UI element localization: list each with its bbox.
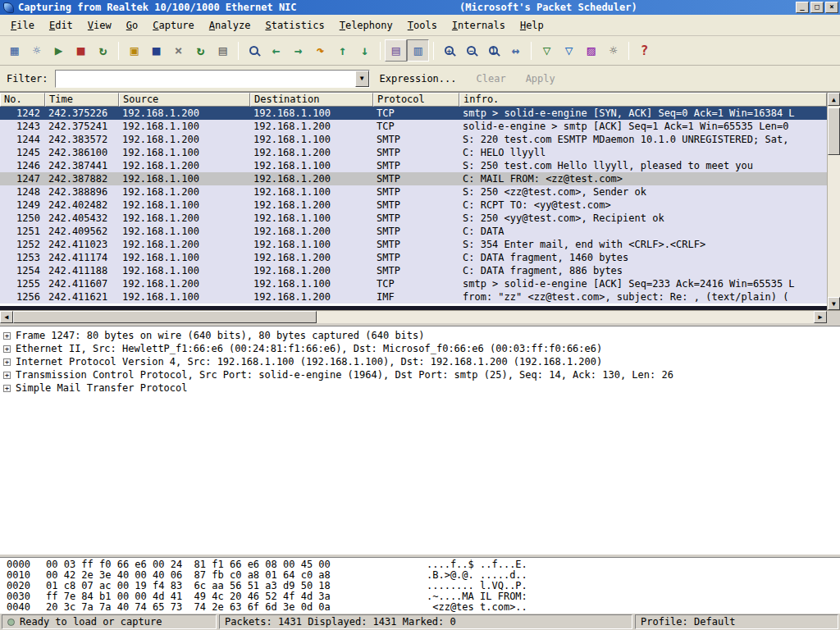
status-bar: Ready to load or capture Packets: 1431 D… (0, 613, 840, 630)
go-to-bottom-icon[interactable]: ↓ (354, 39, 376, 62)
menu-statistics[interactable]: Statistics (258, 16, 331, 34)
menu-capture[interactable]: Capture (145, 16, 202, 34)
packet-row-1242[interactable]: 1242242.375226192.168.1.200192.168.1.100… (0, 107, 827, 120)
zoom-100-icon[interactable]: 1 (482, 39, 504, 62)
stop-capture-icon[interactable]: ■ (70, 39, 92, 62)
capture-filters-icon[interactable]: ▽ (536, 39, 558, 62)
packet-row-1253[interactable]: 1253242.411174192.168.1.100192.168.1.200… (0, 251, 827, 264)
packet-row-1256[interactable]: 1256242.411621192.168.1.100192.168.1.200… (0, 290, 827, 304)
auto-scroll-icon[interactable]: ▥ (407, 39, 429, 62)
packet-row-1246[interactable]: 1246242.387441192.168.1.200192.168.1.100… (0, 159, 827, 172)
packet-row-1245[interactable]: 1245242.386100192.168.1.100192.168.1.200… (0, 146, 827, 159)
find-packet-icon[interactable] (243, 39, 265, 62)
capture-options-icon[interactable]: ☼ (25, 39, 48, 62)
clear-button[interactable]: Clear (467, 70, 516, 88)
packet-row-1243[interactable]: 1243242.375241192.168.1.100192.168.1.200… (0, 120, 827, 133)
cell-time: 242.383572 (45, 133, 119, 146)
packet-row-1255[interactable]: 1255242.411607192.168.1.200192.168.1.100… (0, 277, 827, 290)
zoom-out-icon[interactable]: − (460, 39, 482, 62)
cell-time: 242.411607 (45, 277, 119, 290)
cell-time: 242.411188 (45, 264, 119, 277)
menu-analyze[interactable]: Analyze (202, 16, 258, 34)
vertical-scrollbar-track[interactable] (828, 155, 840, 297)
menu-tools[interactable]: Tools (400, 16, 445, 34)
scroll-down-icon[interactable]: ▼ (828, 297, 840, 310)
start-capture-icon[interactable]: ▶ (48, 39, 70, 62)
scroll-right-icon[interactable]: ▶ (814, 311, 827, 323)
menu-edit[interactable]: Edit (42, 16, 80, 34)
close-button[interactable]: × (825, 2, 838, 13)
cell-time: 242.375241 (45, 120, 119, 133)
apply-button[interactable]: Apply (516, 70, 565, 88)
horizontal-scrollbar-thumb[interactable] (13, 311, 317, 323)
help-icon[interactable]: ? (633, 39, 655, 62)
packet-row-1250[interactable]: 1250242.405432192.168.1.200192.168.1.100… (0, 212, 827, 225)
column-header-destination[interactable]: Destination (250, 93, 373, 107)
detail-text: Transmission Control Protocol, Src Port:… (16, 369, 673, 381)
wireshark-icon (3, 2, 14, 13)
packet-row-1251[interactable]: 1251242.409562192.168.1.100192.168.1.200… (0, 225, 827, 238)
packet-row-1249[interactable]: 1249242.402482192.168.1.100192.168.1.200… (0, 199, 827, 212)
column-header-time[interactable]: Time (45, 93, 119, 107)
expand-icon[interactable]: + (3, 372, 11, 379)
open-file-icon[interactable]: ▣ (123, 39, 145, 62)
expand-icon[interactable]: + (3, 332, 11, 340)
main-toolbar: ▦☼▶■↻▣■×↻▤←→↷↑↓▤▥+−1↔▽▽▨☼? (0, 36, 840, 66)
column-header-protocol[interactable]: Protocol (373, 93, 459, 107)
restart-capture-icon[interactable]: ↻ (92, 39, 114, 62)
filter-input[interactable] (56, 71, 355, 87)
packet-row-1252[interactable]: 1252242.411023192.168.1.200192.168.1.100… (0, 238, 827, 251)
coloring-rules-icon[interactable]: ▨ (580, 39, 602, 62)
menu-go[interactable]: Go (119, 16, 145, 34)
go-back-icon[interactable]: ← (265, 39, 287, 62)
menu-telephony[interactable]: Telephony (332, 16, 400, 34)
print-icon[interactable]: ▤ (212, 39, 234, 62)
colorize-icon[interactable]: ▤ (385, 39, 407, 62)
column-header-infro[interactable]: infro. (459, 93, 827, 107)
detail-line-1[interactable]: +Ethernet II, Src: HewlettP_f1:66:e6 (00… (0, 342, 840, 355)
zoom-in-icon[interactable]: + (438, 39, 460, 62)
save-file-icon[interactable]: ■ (145, 39, 167, 62)
packet-row-1247[interactable]: 1247242.387882192.168.1.100192.168.1.200… (0, 172, 827, 185)
go-to-top-icon[interactable]: ↑ (331, 39, 354, 62)
detail-line-2[interactable]: +Internet Protocol Version 4, Src: 192.1… (0, 355, 840, 368)
go-forward-icon[interactable]: → (287, 39, 309, 62)
menu-help[interactable]: Help (513, 16, 551, 34)
packet-row-1248[interactable]: 1248242.388896192.168.1.200192.168.1.100… (0, 185, 827, 199)
detail-line-0[interactable]: +Frame 1247: 80 bytes on wire (640 bits)… (0, 329, 840, 342)
expand-icon[interactable]: + (3, 345, 11, 353)
expand-icon[interactable]: + (3, 358, 11, 366)
scroll-up-icon[interactable]: ▲ (828, 93, 840, 106)
close-file-icon[interactable]: × (167, 39, 189, 62)
cell-time: 242.409562 (45, 225, 119, 238)
expert-info-icon[interactable] (7, 619, 15, 626)
vertical-scrollbar-thumb[interactable] (828, 107, 840, 155)
preferences-icon[interactable]: ☼ (602, 39, 624, 62)
hex-line-0040[interactable]: 004020 3c 7a 7a 40 74 65 73 74 2e 63 6f … (7, 602, 840, 613)
maximize-button[interactable]: □ (810, 2, 824, 13)
minimize-button[interactable]: _ (796, 2, 809, 13)
detail-line-4[interactable]: +Simple Mail Transfer Protocol (0, 381, 840, 395)
column-header-source[interactable]: Source (119, 93, 250, 107)
scroll-left-icon[interactable]: ◀ (0, 311, 13, 323)
column-header-no[interactable]: No. (0, 93, 45, 107)
cell-src: 192.168.1.100 (119, 290, 250, 304)
expression-button[interactable]: Expression... (370, 70, 467, 88)
cell-time: 242.387882 (45, 172, 119, 185)
reload-file-icon[interactable]: ↻ (189, 39, 212, 62)
packet-row-1254[interactable]: 1254242.411188192.168.1.100192.168.1.200… (0, 264, 827, 277)
filter-dropdown-button[interactable]: ▼ (355, 71, 369, 87)
horizontal-scrollbar-track[interactable] (317, 311, 814, 323)
packet-row-1244[interactable]: 1244242.383572192.168.1.200192.168.1.100… (0, 133, 827, 146)
menu-view[interactable]: View (80, 16, 119, 34)
detail-line-3[interactable]: +Transmission Control Protocol, Src Port… (0, 368, 840, 381)
expand-icon[interactable]: + (3, 385, 11, 392)
menu-internals[interactable]: Internals (445, 16, 513, 34)
cell-time: 242.411621 (45, 290, 119, 304)
display-filters-icon[interactable]: ▽ (558, 39, 580, 62)
status-profile-text[interactable]: Profile: Default (641, 616, 736, 628)
list-interfaces-icon[interactable]: ▦ (3, 39, 25, 62)
go-to-packet-icon[interactable]: ↷ (309, 39, 331, 62)
menu-file[interactable]: File (3, 16, 42, 34)
resize-columns-icon[interactable]: ↔ (504, 39, 527, 62)
